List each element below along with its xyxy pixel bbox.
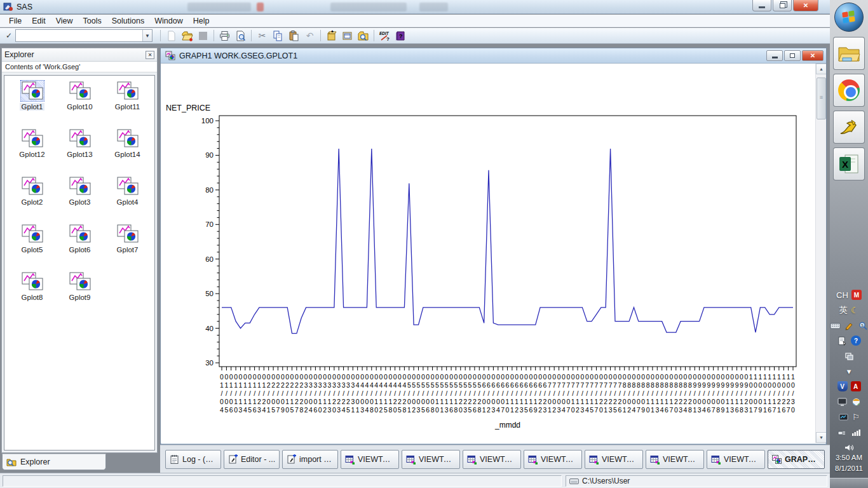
ime-m-icon[interactable]: M bbox=[851, 290, 862, 300]
menu-view[interactable]: View bbox=[51, 15, 78, 27]
window-button-graph1-10[interactable]: GRAPH1 ... bbox=[768, 450, 825, 469]
flag-icon[interactable]: ⚐ bbox=[852, 412, 860, 422]
gseg-item-gplot1[interactable]: Gplot1 bbox=[8, 81, 56, 128]
ime-mode-indicator[interactable]: 英 bbox=[839, 304, 848, 316]
gseg-item-gplot11[interactable]: Gplot11 bbox=[104, 81, 151, 128]
viewtable-icon bbox=[710, 454, 721, 464]
taskbar-clock[interactable]: 3:50 AM 8/1/2011 bbox=[830, 452, 868, 474]
scroll-down-icon[interactable]: ▼ bbox=[816, 432, 826, 443]
gseg-item-gplot10[interactable]: Gplot10 bbox=[56, 81, 104, 128]
help-tray-icon[interactable]: ? bbox=[851, 336, 861, 346]
window-button-viewtab-3[interactable]: VIEWTAB... bbox=[341, 450, 399, 469]
command-combobox[interactable]: ▼ bbox=[15, 29, 153, 42]
gseg-item-gplot6[interactable]: Gplot6 bbox=[56, 224, 104, 271]
graph-minimize-button[interactable] bbox=[766, 50, 783, 61]
taskbar-app-sas[interactable] bbox=[833, 111, 865, 144]
menu-solutions[interactable]: Solutions bbox=[107, 15, 149, 27]
print-preview-icon[interactable] bbox=[233, 29, 248, 43]
folder-search-icon[interactable] bbox=[355, 29, 371, 43]
display-icon[interactable] bbox=[837, 397, 848, 407]
window-button-editor-1[interactable]: Editor - ... bbox=[224, 450, 280, 469]
svg-text:03/31: 03/31 bbox=[351, 373, 355, 414]
new-doc-icon[interactable] bbox=[163, 29, 179, 43]
submit-check-button[interactable]: ✓ bbox=[3, 30, 15, 42]
chevron-down-icon[interactable]: ▼ bbox=[142, 30, 152, 41]
save-icon[interactable] bbox=[195, 29, 211, 43]
paste-icon[interactable] bbox=[286, 29, 302, 43]
new-library-icon[interactable]: ✦ bbox=[323, 29, 339, 43]
explorer-close-icon[interactable]: ✕ bbox=[146, 51, 154, 59]
gseg-item-gplot9[interactable]: Gplot9 bbox=[56, 271, 104, 319]
menu-file[interactable]: File bbox=[4, 15, 27, 27]
print-icon[interactable] bbox=[217, 29, 233, 43]
menu-help[interactable]: Help bbox=[188, 15, 215, 27]
taskbar-app-chrome[interactable] bbox=[833, 74, 865, 107]
gseg-item-gplot3[interactable]: Gplot3 bbox=[56, 176, 104, 224]
gseg-item-gplot4[interactable]: Gplot4 bbox=[104, 176, 151, 224]
gseg-item-gplot12[interactable]: Gplot12 bbox=[8, 128, 56, 176]
window-button-viewtab-5[interactable]: VIEWTAB... bbox=[463, 450, 521, 469]
vertical-scrollbar[interactable]: ▲ ▼ bbox=[815, 64, 826, 443]
copy-icon[interactable] bbox=[270, 29, 286, 43]
edit-wand-icon[interactable]: EDIT? bbox=[377, 29, 393, 43]
open-folder-icon[interactable] bbox=[179, 29, 195, 43]
volume-icon[interactable] bbox=[844, 443, 855, 452]
svg-text:05/03: 05/03 bbox=[417, 373, 421, 414]
cut-icon[interactable]: ✂ bbox=[254, 29, 270, 43]
graph-window-titlebar[interactable]: GRAPH1 WORK.GSEG.GPLOT1 ✕ bbox=[161, 48, 826, 64]
antivirus-shield-icon[interactable]: V bbox=[837, 381, 848, 391]
window-button-viewtab-4[interactable]: VIEWTAB... bbox=[402, 450, 460, 469]
graph-entry-icon bbox=[116, 128, 139, 149]
help-book-icon[interactable]: ? bbox=[393, 29, 409, 43]
expand-tray-icon[interactable]: ▾ bbox=[847, 367, 851, 376]
window-button-import-2[interactable]: import * ... bbox=[282, 450, 338, 469]
window-button-viewtab-7[interactable]: VIEWTAB... bbox=[585, 450, 643, 469]
document-icon[interactable] bbox=[837, 336, 848, 346]
window-button-viewtab-9[interactable]: VIEWTAB... bbox=[707, 450, 765, 469]
keyboard-icon[interactable] bbox=[830, 321, 841, 330]
graph-close-button[interactable]: ✕ bbox=[802, 50, 824, 61]
gseg-item-gplot13[interactable]: Gplot13 bbox=[56, 128, 104, 176]
gseg-item-gplot5[interactable]: Gplot5 bbox=[8, 224, 56, 271]
menu-edit[interactable]: Edit bbox=[27, 15, 51, 27]
magnifier-icon[interactable]: S bbox=[858, 321, 868, 330]
taskbar-app-excel[interactable]: X bbox=[833, 147, 865, 180]
scrollbar-thumb[interactable] bbox=[817, 78, 826, 119]
moon-icon[interactable]: ☾ bbox=[851, 305, 859, 315]
brush-icon[interactable] bbox=[844, 321, 855, 330]
graph-restore-button[interactable] bbox=[784, 50, 801, 61]
start-button[interactable] bbox=[834, 3, 864, 32]
menu-window[interactable]: Window bbox=[149, 15, 187, 27]
undo-icon[interactable]: ↶ bbox=[302, 29, 318, 43]
svg-text:X: X bbox=[842, 159, 848, 170]
menu-tools[interactable]: Tools bbox=[78, 15, 107, 27]
gseg-item-gplot7[interactable]: Gplot7 bbox=[104, 224, 151, 271]
adobe-icon[interactable]: A bbox=[851, 381, 861, 391]
scroll-up-icon[interactable]: ▲ bbox=[816, 64, 826, 74]
svg-text:04/12: 04/12 bbox=[379, 373, 383, 414]
network-signal-icon[interactable] bbox=[851, 428, 862, 437]
tray-row: ▾ bbox=[830, 363, 868, 379]
gseg-item-gplot14[interactable]: Gplot14 bbox=[104, 128, 151, 176]
update-sphere-icon[interactable] bbox=[851, 397, 862, 407]
power-plug-icon[interactable] bbox=[837, 428, 848, 437]
tray-row: ? bbox=[830, 333, 868, 348]
svg-text:07/13: 07/13 bbox=[580, 373, 584, 414]
window-button-viewtab-8[interactable]: VIEWTAB... bbox=[646, 450, 704, 469]
explorer-bottom-tab[interactable]: Explorer bbox=[2, 454, 106, 470]
lang-indicator[interactable]: CH bbox=[836, 290, 848, 300]
show-desktop-button[interactable] bbox=[830, 478, 868, 488]
gseg-item-gplot2[interactable]: Gplot2 bbox=[8, 176, 56, 224]
gseg-item-gplot8[interactable]: Gplot8 bbox=[8, 271, 56, 319]
restore-button[interactable] bbox=[773, 0, 792, 11]
close-button[interactable]: ✕ bbox=[793, 0, 818, 11]
media-icon[interactable] bbox=[838, 412, 849, 422]
window-button-log-un-0[interactable]: Log - (Un... bbox=[165, 450, 221, 469]
svg-text:07/12: 07/12 bbox=[576, 373, 580, 414]
window-manager-icon[interactable] bbox=[339, 29, 355, 43]
window-button-viewtab-6[interactable]: VIEWTAB... bbox=[524, 450, 582, 469]
svg-text:06/10: 06/10 bbox=[506, 373, 510, 414]
taskbar-app-windows-explorer[interactable] bbox=[833, 37, 865, 70]
restore-window-icon[interactable] bbox=[844, 351, 855, 361]
minimize-button[interactable] bbox=[752, 0, 771, 11]
